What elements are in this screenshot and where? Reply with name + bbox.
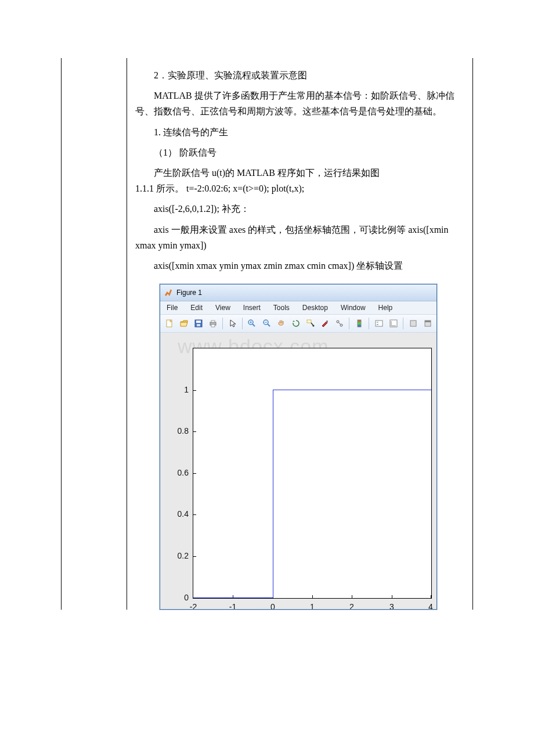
document-page: 2．实验原理、实验流程或装置示意图 MATLAB 提供了许多函数用于产生常用的基… [0, 0, 534, 627]
dock-icon[interactable] [421, 316, 434, 330]
link-icon[interactable] [333, 316, 346, 330]
ytick-label: 0.8 [178, 424, 189, 438]
svg-rect-21 [358, 320, 361, 327]
svg-line-8 [252, 324, 255, 326]
xtick-label: 0 [270, 600, 275, 609]
legend-icon[interactable] [372, 316, 385, 330]
xtick-label: 3 [389, 600, 394, 609]
zoom-in-icon[interactable] [246, 316, 259, 330]
ytick-label: 0.6 [178, 466, 189, 480]
step-line-high [273, 390, 431, 390]
plot-area: www bdocx com 1 0.8 0.6 0.4 0.2 0 -2 [160, 333, 436, 609]
figure-toolbar [160, 315, 436, 333]
paragraph-axis-3d: axis([xmin xmax ymin ymax zmin zmax cmin… [135, 258, 464, 273]
new-file-icon[interactable] [163, 316, 176, 330]
section-heading: 2．实验原理、实验流程或装置示意图 [135, 67, 464, 83]
svg-rect-17 [326, 321, 328, 322]
print-icon[interactable] [206, 316, 219, 330]
paragraph-intro: MATLAB 提供了许多函数用于产生常用的基本信号：如阶跃信号、脉冲信号、指数信… [135, 88, 464, 119]
svg-rect-28 [410, 321, 416, 326]
xtick-label: 2 [349, 600, 354, 609]
paragraph-code-desc: 产生阶跃信号 u(t)的 MATLAB 程序如下，运行结果如图 1.1.1 所示… [135, 165, 464, 196]
matlab-figure-window: Figure 1 File Edit View Insert Tools Des… [160, 284, 437, 610]
toolbar-separator [369, 318, 369, 329]
menu-view[interactable]: View [209, 302, 237, 314]
menu-bar: File Edit View Insert Tools Desktop Wind… [160, 301, 436, 315]
left-column [62, 58, 127, 610]
menu-help[interactable]: Help [372, 302, 399, 314]
menu-desktop[interactable]: Desktop [296, 302, 334, 314]
colorbar-icon[interactable] [352, 316, 366, 330]
ytick-label: 0.2 [178, 549, 189, 563]
window-title: Figure 1 [176, 287, 202, 298]
menu-window[interactable]: Window [334, 302, 372, 314]
subheading-1-1: （1） 阶跃信号 [135, 145, 464, 160]
zoom-out-icon[interactable] [260, 316, 273, 330]
brush-icon[interactable] [318, 316, 331, 330]
xtick-label: 4 [428, 600, 433, 609]
toolbar-separator [222, 318, 223, 329]
ytick-label: 1 [184, 383, 189, 397]
svg-rect-5 [211, 321, 215, 322]
svg-rect-3 [197, 324, 200, 326]
xtick-label: 1 [310, 600, 315, 609]
matlab-logo-icon [164, 288, 173, 297]
menu-file[interactable]: File [160, 302, 184, 314]
subheading-1: 1. 连续信号的产生 [135, 124, 464, 140]
toolbar-separator [403, 318, 403, 329]
menu-tools[interactable]: Tools [267, 302, 296, 314]
hide-toolbar-icon[interactable] [406, 316, 420, 330]
xtick-label: -1 [229, 600, 236, 609]
svg-line-20 [338, 323, 340, 325]
insert-axes-icon[interactable] [387, 316, 400, 330]
step-line-rise [273, 390, 273, 597]
svg-rect-14 [307, 320, 311, 323]
toolbar-separator [349, 318, 349, 329]
svg-rect-6 [211, 325, 215, 327]
svg-point-16 [312, 325, 314, 327]
svg-rect-30 [425, 321, 431, 322]
xtick-label: -2 [190, 600, 197, 609]
save-icon[interactable] [192, 316, 205, 330]
step-line-low [193, 597, 273, 598]
pan-icon[interactable] [275, 316, 288, 330]
content-column: 2．实验原理、实验流程或装置示意图 MATLAB 提供了许多函数用于产生常用的基… [127, 58, 473, 610]
paragraph-axis-explain: axis 一般用来设置 axes 的样式，包括坐标轴范围，可读比例等 axis(… [135, 222, 464, 253]
svg-rect-2 [196, 321, 201, 323]
menu-edit[interactable]: Edit [184, 302, 209, 314]
ytick-label: 0 [184, 591, 189, 605]
pointer-icon[interactable] [226, 316, 239, 330]
svg-line-12 [268, 324, 270, 326]
code-axis: axis([-2,6,0,1.2]); 补充： [135, 201, 464, 217]
menu-insert[interactable]: Insert [237, 302, 267, 314]
axes[interactable]: 1 0.8 0.6 0.4 0.2 0 -2 -1 0 1 [193, 348, 432, 599]
figure-container: Figure 1 File Edit View Insert Tools Des… [135, 284, 464, 610]
svg-point-19 [340, 324, 342, 326]
rotate-icon[interactable] [289, 316, 302, 330]
layout-table: 2．实验原理、实验流程或装置示意图 MATLAB 提供了许多函数用于产生常用的基… [61, 58, 473, 610]
ytick-label: 0.4 [178, 507, 189, 521]
window-titlebar: Figure 1 [160, 285, 436, 301]
svg-rect-22 [376, 321, 383, 326]
svg-point-18 [337, 321, 339, 323]
toolbar-separator [242, 318, 243, 329]
open-folder-icon[interactable] [177, 316, 190, 330]
data-cursor-icon[interactable] [304, 316, 317, 330]
